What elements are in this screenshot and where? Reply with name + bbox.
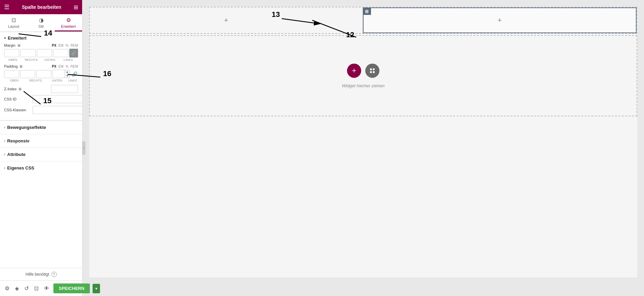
add-col-left-button[interactable]: + (224, 17, 228, 24)
padding-bottom-input[interactable]: 10 (36, 70, 51, 78)
help-text: Hilfe benötigt (25, 272, 49, 277)
margin-top-input[interactable]: 15 (4, 49, 19, 57)
css-class-row: CSS-Klassen 🗑 (4, 106, 78, 114)
section-erweitert-label: Erweitert (8, 36, 27, 41)
spinner-up[interactable]: ▲ (65, 70, 70, 74)
margin-label: Margin 🖥 (4, 43, 21, 47)
zindex-monitor-icon: 🖥 (18, 87, 22, 91)
widget-add-button[interactable]: + (347, 64, 361, 78)
add-col-right-button[interactable]: + (497, 17, 502, 24)
chevron-right-icon-4: › (4, 166, 5, 170)
margin-field-row: Margin 🖥 PX EM % REM (4, 43, 78, 47)
canvas-row-top: + ▦ + (89, 7, 637, 34)
sidebar-footer[interactable]: Hilfe benötigt ? (0, 268, 82, 280)
section-responsiv: › Responsiv (0, 134, 82, 147)
css-class-label: CSS-Klassen (4, 108, 31, 112)
section-responsiv-label: Responsiv (7, 138, 29, 143)
section-eigenes-css: › Eigenes CSS (0, 161, 82, 175)
spinner-down[interactable]: ▼ (65, 74, 70, 78)
margin-unit-pct[interactable]: % (66, 44, 69, 47)
padding-link-button[interactable]: 🔗 (71, 71, 78, 77)
margin-unit-em[interactable]: EM (58, 44, 64, 47)
section-responsiv-header[interactable]: › Responsiv (0, 134, 82, 147)
svg-rect-3 (373, 68, 375, 70)
padding-right-input[interactable]: 20 (20, 70, 35, 78)
padding-label-right: RECHTS (25, 79, 46, 82)
padding-top-input[interactable]: 10 (4, 70, 19, 78)
chevron-right-icon-2: › (4, 139, 5, 143)
section-bewegungseffekte-header[interactable]: › Bewegungseffekte (0, 121, 82, 134)
tab-erweitert-label: Erweitert (61, 24, 76, 28)
margin-labels: OBEN RECHTS UNTEN LINKS (4, 58, 78, 62)
zindex-row: Z-Index 🖥 (4, 85, 78, 93)
zindex-label: Z-Index 🖥 (4, 87, 22, 91)
toolbar-navigator-btn[interactable]: ⊡ (33, 284, 40, 293)
margin-unit-px[interactable]: PX (52, 44, 56, 47)
section-erweitert-body: Margin 🖥 PX EM % REM 15 15 15 15 🔗 (0, 43, 82, 120)
sidebar-collapse-handle[interactable]: ‹ (82, 141, 85, 155)
sidebar-content: ▾ Erweitert Margin 🖥 PX EM % REM (0, 32, 82, 268)
margin-left-input[interactable]: 15 (53, 49, 68, 57)
padding-left-input[interactable]: 20 (53, 70, 65, 78)
section-attribute-label: Attribute (7, 152, 25, 157)
main-canvas: 13 12 + ▦ + + (82, 0, 644, 296)
chevron-down-icon: ▾ (4, 36, 6, 40)
widget-actions: + (347, 64, 379, 78)
sidebar-title: Spalte bearbeiten (22, 4, 61, 10)
section-erweitert: ▾ Erweitert Margin 🖥 PX EM % REM (0, 32, 82, 120)
section-attribute: › Attribute (0, 147, 82, 161)
tab-layout-label: Layout (8, 24, 19, 28)
help-icon: ? (51, 272, 57, 277)
toolbar-layers-btn[interactable]: ◈ (14, 284, 20, 293)
css-class-input[interactable] (32, 106, 82, 114)
zindex-input[interactable] (51, 85, 78, 93)
css-id-label: CSS ID (4, 97, 31, 101)
toolbar-settings-btn[interactable]: ⚙ (3, 284, 11, 293)
css-id-input[interactable] (32, 95, 82, 103)
section-erweitert-header[interactable]: ▾ Erweitert (0, 32, 82, 43)
canvas-col-right: ▦ + (363, 7, 637, 33)
padding-unit-pct[interactable]: % (66, 65, 69, 68)
padding-inputs: 10 20 10 20 ▲ ▼ 🔗 (4, 70, 78, 78)
toolbar-undo-btn[interactable]: ↺ (23, 284, 30, 293)
margin-label-bottom: UNTEN (41, 58, 59, 62)
canvas-col-left: + (90, 7, 363, 33)
margin-right-input[interactable]: 15 (20, 49, 35, 57)
move-icon (369, 68, 375, 74)
margin-link-button[interactable]: 🔗 (69, 49, 78, 58)
padding-monitor-icon: 🖥 (19, 64, 23, 68)
sidebar-toolbar: ⚙ ◈ ↺ ⊡ 👁 SPEICHERN ▾ (0, 280, 82, 296)
margin-unit-selector: PX EM % REM (52, 44, 78, 47)
widget-drop-area: + Widget hierher ziehen (342, 64, 385, 88)
hamburger-icon[interactable]: ☰ (4, 3, 9, 11)
margin-inputs: 15 15 15 15 🔗 (4, 49, 78, 58)
chevron-right-icon-1: › (4, 126, 5, 129)
spinner-arrows: ▲ ▼ (65, 70, 70, 78)
section-eigenes-css-header[interactable]: › Eigenes CSS (0, 161, 82, 175)
widget-move-button[interactable] (365, 64, 379, 78)
padding-label: Padding 🖥 (4, 64, 23, 68)
chevron-right-icon-3: › (4, 153, 5, 156)
padding-unit-rem[interactable]: REM (71, 65, 78, 68)
margin-monitor-icon: 🖥 (17, 43, 21, 47)
grid-icon[interactable]: ⊞ (74, 4, 78, 10)
svg-rect-2 (370, 68, 372, 70)
padding-unit-px[interactable]: PX (52, 65, 56, 68)
margin-unit-rem[interactable]: REM (71, 44, 78, 47)
svg-rect-4 (370, 71, 372, 73)
tab-erweitert[interactable]: ⚙ Erweitert (55, 14, 82, 31)
margin-bottom-input[interactable]: 15 (37, 49, 52, 57)
tab-stil-label: Stil (39, 24, 44, 28)
padding-unit-em[interactable]: EM (58, 65, 64, 68)
padding-left-spinner[interactable]: 20 ▲ ▼ (52, 70, 70, 78)
toolbar-preview-btn[interactable]: 👁 (43, 284, 51, 293)
sidebar-tabs: ⊡ Layout ◑ Stil ⚙ Erweitert (0, 14, 82, 32)
section-bewegungseffekte-label: Bewegungseffekte (7, 125, 46, 130)
tab-stil[interactable]: ◑ Stil (27, 14, 55, 31)
column-handle[interactable]: ▦ (363, 7, 371, 15)
sidebar-header: ☰ Spalte bearbeiten ⊞ (0, 0, 82, 14)
save-button[interactable]: SPEICHERN (53, 283, 90, 293)
save-dropdown-button[interactable]: ▾ (93, 284, 100, 293)
section-attribute-header[interactable]: › Attribute (0, 148, 82, 161)
tab-layout[interactable]: ⊡ Layout (0, 14, 27, 31)
